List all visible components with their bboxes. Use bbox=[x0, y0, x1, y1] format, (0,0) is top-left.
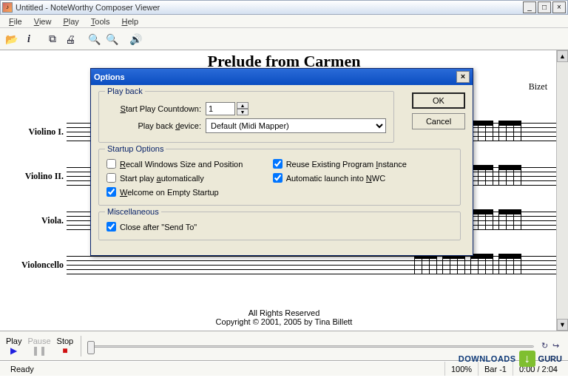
ok-button[interactable]: OK bbox=[412, 92, 465, 109]
menu-tools[interactable]: Tools bbox=[85, 16, 116, 27]
copy-icon[interactable]: ⧉ bbox=[44, 31, 61, 47]
menu-file[interactable]: File bbox=[3, 16, 28, 27]
play-icon: ▶ bbox=[6, 345, 21, 356]
zoom-in-icon[interactable]: 🔍 bbox=[86, 31, 102, 47]
close-button[interactable]: × bbox=[552, 1, 566, 13]
autoplay-checkbox[interactable]: Start play automatically bbox=[106, 173, 273, 183]
misc-group: Miscellaneous Close after "Send To" bbox=[98, 212, 461, 240]
dialog-title-bar[interactable]: Options × bbox=[91, 69, 473, 85]
minimize-button[interactable]: _ bbox=[523, 1, 536, 13]
countdown-label: Start Play Countdown: bbox=[106, 104, 201, 113]
rights-line-1: All Rights Reserved bbox=[0, 308, 568, 317]
spin-down-icon[interactable]: ▼ bbox=[237, 109, 248, 115]
instrument-label: Viola. bbox=[0, 215, 67, 226]
sound-icon[interactable]: 🔊 bbox=[127, 31, 143, 47]
watermark-left: DOWNLOADS bbox=[459, 354, 516, 363]
pause-icon: ❚❚ bbox=[27, 345, 50, 356]
close-after-checkbox[interactable]: Close after "Send To" bbox=[106, 222, 453, 232]
dialog-close-button[interactable]: × bbox=[456, 71, 470, 83]
pause-button[interactable]: Pause❚❚ bbox=[26, 335, 52, 357]
instrument-label: Violino I. bbox=[0, 126, 67, 138]
menu-bar: File View Play Tools Help bbox=[0, 15, 568, 28]
rights-line-2: Copyright © 2001, 2005 by Tina Billett bbox=[0, 317, 568, 326]
download-arrow-icon: ↓ bbox=[519, 351, 535, 367]
options-dialog: Options × OK Cancel Play back Start Play… bbox=[90, 68, 473, 256]
playback-legend: Play back bbox=[105, 87, 145, 95]
menu-help[interactable]: Help bbox=[116, 16, 145, 27]
autolaunch-checkbox[interactable]: Automatic launch into NWC bbox=[273, 173, 439, 183]
startup-legend: Startup Options bbox=[105, 144, 166, 153]
playback-group: Play back Start Play Countdown: ▲ ▼ Play… bbox=[98, 91, 394, 143]
device-label: Play back device: bbox=[106, 121, 201, 130]
recall-checkbox[interactable]: Recall Windows Size and Position bbox=[106, 159, 273, 169]
welcome-checkbox[interactable]: Welcome on Empty Startup bbox=[106, 187, 273, 197]
countdown-spinner[interactable]: ▲ ▼ bbox=[206, 102, 248, 115]
transport-play-label: Play bbox=[6, 337, 21, 345]
instrument-label: Violino II. bbox=[0, 171, 67, 182]
open-icon[interactable]: 📂 bbox=[3, 31, 19, 47]
position-slider[interactable] bbox=[87, 341, 534, 351]
maximize-button[interactable]: □ bbox=[538, 1, 551, 13]
window-title: Untitled - NoteWorthy Composer Viewer bbox=[16, 3, 521, 12]
device-combo[interactable]: Default (Midi Mapper) bbox=[206, 118, 386, 133]
scroll-down-icon[interactable]: ▼ bbox=[557, 319, 568, 331]
startup-group: Startup Options Recall Windows Size and … bbox=[98, 149, 461, 206]
stop-icon: ■ bbox=[57, 345, 74, 356]
repeat-icon[interactable]: ↻ bbox=[541, 341, 548, 351]
score-composer: Bizet bbox=[529, 81, 547, 92]
menu-view[interactable]: View bbox=[28, 16, 58, 27]
play-button[interactable]: Play▶ bbox=[4, 335, 23, 357]
goto-end-icon[interactable]: ↪ bbox=[552, 341, 559, 351]
cancel-button[interactable]: Cancel bbox=[412, 113, 465, 129]
zoom-out-icon[interactable]: 🔍 bbox=[104, 31, 120, 47]
info-icon[interactable]: i bbox=[21, 31, 37, 47]
watermark: DOWNLOADS ↓ GURU bbox=[459, 351, 562, 367]
slider-thumb[interactable] bbox=[87, 341, 95, 354]
transport-stop-label: Stop bbox=[57, 337, 74, 345]
instrument-label: Violoncello bbox=[0, 260, 67, 271]
transport-pause-label: Pause bbox=[27, 337, 50, 345]
menu-play[interactable]: Play bbox=[57, 16, 84, 27]
print-icon[interactable]: 🖨 bbox=[62, 31, 78, 47]
status-ready: Ready bbox=[4, 362, 444, 376]
dialog-title: Options bbox=[94, 72, 456, 81]
reuse-checkbox[interactable]: Reuse Existing Program Instance bbox=[273, 159, 439, 169]
scroll-up-icon[interactable]: ▲ bbox=[557, 50, 568, 62]
vertical-scrollbar[interactable]: ▲ ▼ bbox=[556, 50, 568, 331]
score-footer: All Rights Reserved Copyright © 2001, 20… bbox=[0, 308, 568, 326]
app-icon: ♪ bbox=[2, 2, 13, 13]
toolbar: 📂 i ⧉ 🖨 🔍 🔍 🔊 bbox=[0, 28, 568, 50]
spin-up-icon[interactable]: ▲ bbox=[237, 102, 248, 109]
misc-legend: Miscellaneous bbox=[105, 207, 161, 216]
watermark-right: GURU bbox=[538, 354, 562, 363]
title-bar: ♪ Untitled - NoteWorthy Composer Viewer … bbox=[0, 0, 568, 15]
countdown-input[interactable] bbox=[206, 102, 235, 115]
stop-button[interactable]: Stop■ bbox=[55, 335, 75, 357]
